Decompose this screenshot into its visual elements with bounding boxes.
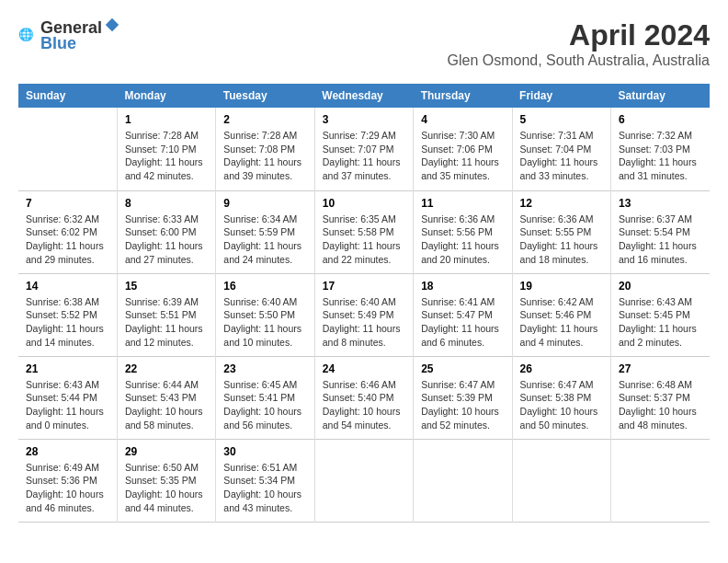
day-info: Sunrise: 6:50 AMSunset: 5:35 PMDaylight:… — [125, 461, 208, 515]
day-info: Sunrise: 6:46 AMSunset: 5:40 PMDaylight:… — [323, 378, 405, 432]
day-number: 11 — [421, 197, 504, 210]
day-number: 13 — [619, 197, 702, 210]
calendar-cell: 20Sunrise: 6:43 AMSunset: 5:45 PMDayligh… — [611, 273, 710, 356]
weekday-header-thursday: Thursday — [414, 84, 512, 108]
day-info: Sunrise: 7:31 AMSunset: 7:04 PMDaylight:… — [520, 129, 603, 183]
day-number: 26 — [520, 362, 603, 375]
calendar-table: SundayMondayTuesdayWednesdayThursdayFrid… — [18, 84, 710, 523]
weekday-header-friday: Friday — [512, 84, 610, 108]
day-info: Sunrise: 6:34 AMSunset: 5:59 PMDaylight:… — [223, 213, 306, 267]
day-number: 22 — [125, 362, 208, 375]
calendar-cell — [18, 108, 117, 190]
calendar-cell: 8Sunrise: 6:33 AMSunset: 6:00 PMDaylight… — [117, 190, 215, 273]
calendar-cell: 25Sunrise: 6:47 AMSunset: 5:39 PMDayligh… — [414, 356, 512, 439]
day-number: 16 — [223, 280, 306, 293]
calendar-cell: 15Sunrise: 6:39 AMSunset: 5:51 PMDayligh… — [117, 273, 215, 356]
day-info: Sunrise: 7:28 AMSunset: 7:08 PMDaylight:… — [223, 129, 306, 183]
weekday-header-tuesday: Tuesday — [216, 84, 314, 108]
day-number: 23 — [223, 362, 306, 375]
day-info: Sunrise: 6:41 AMSunset: 5:47 PMDaylight:… — [421, 295, 504, 350]
month-title: April 2024 — [448, 18, 710, 52]
calendar-cell: 9Sunrise: 6:34 AMSunset: 5:59 PMDaylight… — [216, 190, 314, 273]
calendar-cell: 3Sunrise: 7:29 AMSunset: 7:07 PMDaylight… — [314, 108, 413, 190]
day-info: Sunrise: 6:51 AMSunset: 5:34 PMDaylight:… — [223, 461, 306, 515]
day-info: Sunrise: 6:48 AMSunset: 5:37 PMDaylight:… — [619, 378, 702, 432]
day-number: 3 — [323, 113, 405, 126]
day-info: Sunrise: 6:40 AMSunset: 5:50 PMDaylight:… — [223, 295, 306, 350]
calendar-cell: 11Sunrise: 6:36 AMSunset: 5:56 PMDayligh… — [414, 190, 512, 273]
week-row-2: 7Sunrise: 6:32 AMSunset: 6:02 PMDaylight… — [18, 190, 710, 273]
day-number: 28 — [26, 445, 109, 458]
day-info: Sunrise: 6:44 AMSunset: 5:43 PMDaylight:… — [125, 378, 208, 432]
calendar-cell: 23Sunrise: 6:45 AMSunset: 5:41 PMDayligh… — [216, 356, 314, 439]
calendar-cell: 17Sunrise: 6:40 AMSunset: 5:49 PMDayligh… — [314, 273, 413, 356]
day-info: Sunrise: 6:36 AMSunset: 5:56 PMDaylight:… — [421, 213, 504, 267]
day-info: Sunrise: 6:43 AMSunset: 5:44 PMDaylight:… — [26, 378, 109, 432]
header: 🌐 General Blue April 2024 Glen Osmond, S… — [18, 18, 710, 69]
day-number: 1 — [125, 113, 208, 126]
calendar-cell: 7Sunrise: 6:32 AMSunset: 6:02 PMDaylight… — [18, 190, 117, 273]
weekday-header-saturday: Saturday — [611, 84, 710, 108]
calendar-cell: 18Sunrise: 6:41 AMSunset: 5:47 PMDayligh… — [414, 273, 512, 356]
day-info: Sunrise: 6:36 AMSunset: 5:55 PMDaylight:… — [520, 213, 603, 267]
logo-arrow-icon — [104, 17, 120, 33]
calendar-cell: 14Sunrise: 6:38 AMSunset: 5:52 PMDayligh… — [18, 273, 117, 356]
calendar-cell: 30Sunrise: 6:51 AMSunset: 5:34 PMDayligh… — [216, 439, 314, 522]
day-info: Sunrise: 6:37 AMSunset: 5:54 PMDaylight:… — [619, 213, 702, 267]
day-info: Sunrise: 6:40 AMSunset: 5:49 PMDaylight:… — [323, 295, 405, 350]
day-info: Sunrise: 6:35 AMSunset: 5:58 PMDaylight:… — [323, 213, 405, 267]
day-info: Sunrise: 6:38 AMSunset: 5:52 PMDaylight:… — [26, 295, 109, 350]
calendar-cell — [512, 439, 610, 522]
day-number: 15 — [125, 280, 208, 293]
calendar-cell: 24Sunrise: 6:46 AMSunset: 5:40 PMDayligh… — [314, 356, 413, 439]
calendar-cell — [414, 439, 512, 522]
day-info: Sunrise: 7:29 AMSunset: 7:07 PMDaylight:… — [323, 129, 405, 183]
day-info: Sunrise: 6:42 AMSunset: 5:46 PMDaylight:… — [520, 295, 603, 350]
day-info: Sunrise: 6:47 AMSunset: 5:38 PMDaylight:… — [520, 378, 603, 432]
day-info: Sunrise: 6:49 AMSunset: 5:36 PMDaylight:… — [26, 461, 109, 515]
calendar-cell: 22Sunrise: 6:44 AMSunset: 5:43 PMDayligh… — [117, 356, 215, 439]
calendar-cell: 29Sunrise: 6:50 AMSunset: 5:35 PMDayligh… — [117, 439, 215, 522]
logo-blue-text: Blue — [40, 34, 76, 52]
location-subtitle: Glen Osmond, South Australia, Australia — [448, 52, 710, 69]
day-info: Sunrise: 6:39 AMSunset: 5:51 PMDaylight:… — [125, 295, 208, 350]
calendar-cell: 28Sunrise: 6:49 AMSunset: 5:36 PMDayligh… — [18, 439, 117, 522]
day-number: 5 — [520, 113, 603, 126]
day-number: 9 — [223, 197, 306, 210]
day-number: 14 — [26, 280, 109, 293]
svg-text:🌐: 🌐 — [18, 27, 34, 42]
calendar-cell: 10Sunrise: 6:35 AMSunset: 5:58 PMDayligh… — [314, 190, 413, 273]
calendar-cell — [611, 439, 710, 522]
day-number: 25 — [421, 362, 504, 375]
logo-icon: 🌐 — [18, 27, 37, 45]
day-number: 10 — [323, 197, 405, 210]
calendar-cell: 4Sunrise: 7:30 AMSunset: 7:06 PMDaylight… — [414, 108, 512, 190]
day-number: 8 — [125, 197, 208, 210]
week-row-1: 1Sunrise: 7:28 AMSunset: 7:10 PMDaylight… — [18, 108, 710, 190]
day-info: Sunrise: 7:28 AMSunset: 7:10 PMDaylight:… — [125, 129, 208, 183]
day-number: 4 — [421, 113, 504, 126]
day-info: Sunrise: 6:45 AMSunset: 5:41 PMDaylight:… — [223, 378, 306, 432]
day-number: 19 — [520, 280, 603, 293]
calendar-cell: 13Sunrise: 6:37 AMSunset: 5:54 PMDayligh… — [611, 190, 710, 273]
weekday-header-monday: Monday — [117, 84, 215, 108]
week-row-4: 21Sunrise: 6:43 AMSunset: 5:44 PMDayligh… — [18, 356, 710, 439]
calendar-cell: 27Sunrise: 6:48 AMSunset: 5:37 PMDayligh… — [611, 356, 710, 439]
calendar-cell: 6Sunrise: 7:32 AMSunset: 7:03 PMDaylight… — [611, 108, 710, 190]
week-row-5: 28Sunrise: 6:49 AMSunset: 5:36 PMDayligh… — [18, 439, 710, 522]
day-info: Sunrise: 6:32 AMSunset: 6:02 PMDaylight:… — [26, 213, 109, 267]
calendar-cell — [314, 439, 413, 522]
day-info: Sunrise: 7:32 AMSunset: 7:03 PMDaylight:… — [619, 129, 702, 183]
title-area: April 2024 Glen Osmond, South Australia,… — [448, 18, 710, 69]
day-number: 20 — [619, 280, 702, 293]
day-number: 21 — [26, 362, 109, 375]
calendar-cell: 16Sunrise: 6:40 AMSunset: 5:50 PMDayligh… — [216, 273, 314, 356]
weekday-header-sunday: Sunday — [18, 84, 117, 108]
svg-marker-1 — [106, 18, 119, 31]
week-row-3: 14Sunrise: 6:38 AMSunset: 5:52 PMDayligh… — [18, 273, 710, 356]
calendar-header-row: SundayMondayTuesdayWednesdayThursdayFrid… — [18, 84, 710, 108]
day-number: 27 — [619, 362, 702, 375]
day-number: 29 — [125, 445, 208, 458]
day-number: 24 — [323, 362, 405, 375]
day-number: 30 — [223, 445, 306, 458]
